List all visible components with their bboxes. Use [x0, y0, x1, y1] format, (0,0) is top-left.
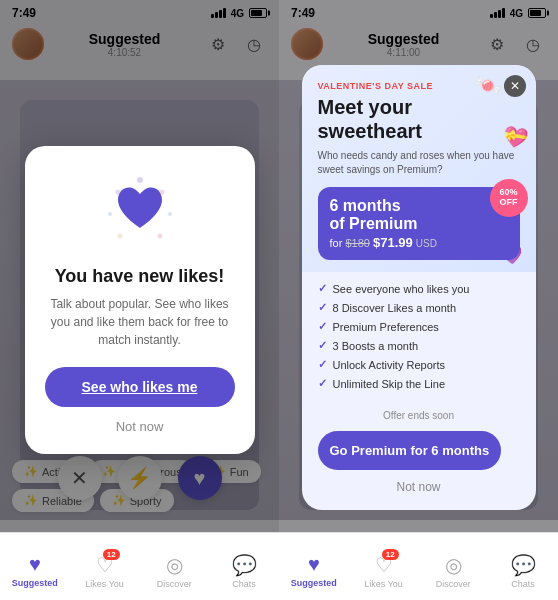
tab-bar-right: ♥ Suggested ♡ 12 Likes You ◎ Discover 💬 …: [279, 532, 558, 600]
old-price: $180: [345, 237, 369, 249]
tab-heart-icon-right: ♥: [308, 553, 320, 576]
feature-text-1: See everyone who likes you: [333, 283, 470, 295]
tab-likes-label-right: Likes You: [364, 579, 403, 589]
tab-chats-icon: 💬: [232, 553, 257, 577]
svg-point-6: [117, 234, 122, 239]
feature-4: ✓ 3 Boosts a month: [318, 339, 520, 352]
svg-point-0: [137, 177, 143, 183]
heart-graphic: [100, 170, 180, 250]
svg-point-3: [157, 234, 162, 239]
heart-dots-svg: [100, 170, 180, 250]
discount-off: OFF: [500, 198, 518, 208]
tab-discover-left[interactable]: ◎ Discover: [140, 545, 210, 589]
feature-2: ✓ 8 Discover Likes a month: [318, 301, 520, 314]
offer-ends-label: Offer ends soon: [302, 410, 536, 421]
right-panel: 7:49 4G Suggested 4:11:00 ⚙ ◷: [279, 0, 558, 600]
tab-chats-icon-right: 💬: [511, 553, 536, 577]
feature-text-5: Unlock Activity Reports: [333, 359, 445, 371]
see-who-likes-me-button[interactable]: See who likes me: [45, 367, 235, 407]
feature-text-4: 3 Boosts a month: [333, 340, 419, 352]
tab-heart-icon: ♥: [29, 553, 41, 576]
currency: USD: [416, 238, 437, 249]
feature-text-3: Premium Preferences: [333, 321, 439, 333]
svg-point-5: [108, 212, 112, 216]
go-premium-button[interactable]: Go Premium for 6 months: [318, 431, 502, 470]
tab-chats-right[interactable]: 💬 Chats: [488, 545, 558, 589]
likes-modal: You have new likes! Talk about popular. …: [25, 146, 255, 454]
tab-chats-label-right: Chats: [511, 579, 535, 589]
new-price: $71.99: [373, 235, 413, 250]
likes-modal-overlay: You have new likes! Talk about popular. …: [0, 0, 279, 600]
tab-discover-icon-right: ◎: [445, 553, 462, 577]
feature-text-6: Unlimited Skip the Line: [333, 378, 446, 390]
tab-likes-right[interactable]: ♡ 12 Likes You: [349, 545, 419, 589]
premium-modal: 🍬 💝 💜 ✕ VALENTINE'S DAY SALE Meet your s…: [302, 65, 536, 510]
not-now-left[interactable]: Not now: [45, 419, 235, 434]
tab-discover-right[interactable]: ◎ Discover: [419, 545, 489, 589]
premium-headline: Meet your sweetheart: [318, 95, 520, 143]
check-icon-6: ✓: [318, 377, 327, 390]
price-box-title: 6 monthsof Premium: [330, 197, 508, 232]
check-icon-4: ✓: [318, 339, 327, 352]
likes-badge-right: 12: [382, 549, 399, 560]
feature-text-2: 8 Discover Likes a month: [333, 302, 457, 314]
premium-header: 🍬 💝 💜 ✕ VALENTINE'S DAY SALE Meet your s…: [302, 65, 536, 272]
discount-badge: 60% OFF: [490, 179, 528, 217]
tab-suggested-right[interactable]: ♥ Suggested: [279, 545, 349, 588]
tab-discover-icon: ◎: [166, 553, 183, 577]
feature-5: ✓ Unlock Activity Reports: [318, 358, 520, 371]
tab-suggested-label: Suggested: [12, 578, 58, 588]
tab-suggested-left[interactable]: ♥ Suggested: [0, 545, 70, 588]
for-label: for: [330, 237, 346, 249]
not-now-right[interactable]: Not now: [302, 480, 536, 494]
svg-point-2: [168, 212, 172, 216]
check-icon-2: ✓: [318, 301, 327, 314]
tab-chats-label: Chats: [232, 579, 256, 589]
tab-chats-left[interactable]: 💬 Chats: [209, 545, 279, 589]
premium-features: ✓ See everyone who likes you ✓ 8 Discove…: [302, 272, 536, 406]
tab-discover-label: Discover: [157, 579, 192, 589]
tab-likes-label: Likes You: [85, 579, 124, 589]
premium-subtext: Who needs candy and roses when you have …: [318, 149, 520, 177]
left-panel: 7:49 4G Suggested 4:10:52 ⚙ ◷: [0, 0, 279, 600]
tab-bar-left: ♥ Suggested ♡ 12 Likes You ◎ Discover 💬 …: [0, 532, 279, 600]
modal-title: You have new likes!: [45, 266, 235, 287]
price-box-sub: for $180 $71.99 USD: [330, 235, 508, 250]
deco-heart-mid-right: 💝: [501, 123, 530, 151]
premium-close-button[interactable]: ✕: [504, 75, 526, 97]
price-box: 6 monthsof Premium for $180 $71.99 USD 6…: [318, 187, 520, 260]
tab-suggested-label-right: Suggested: [291, 578, 337, 588]
check-icon-1: ✓: [318, 282, 327, 295]
feature-3: ✓ Premium Preferences: [318, 320, 520, 333]
check-icon-5: ✓: [318, 358, 327, 371]
tab-likes-left[interactable]: ♡ 12 Likes You: [70, 545, 140, 589]
tab-discover-label-right: Discover: [436, 579, 471, 589]
premium-overlay: 🍬 💝 💜 ✕ VALENTINE'S DAY SALE Meet your s…: [279, 0, 558, 600]
feature-6: ✓ Unlimited Skip the Line: [318, 377, 520, 390]
check-icon-3: ✓: [318, 320, 327, 333]
feature-1: ✓ See everyone who likes you: [318, 282, 520, 295]
likes-badge: 12: [103, 549, 120, 560]
modal-desc: Talk about popular. See who likes you an…: [45, 295, 235, 349]
